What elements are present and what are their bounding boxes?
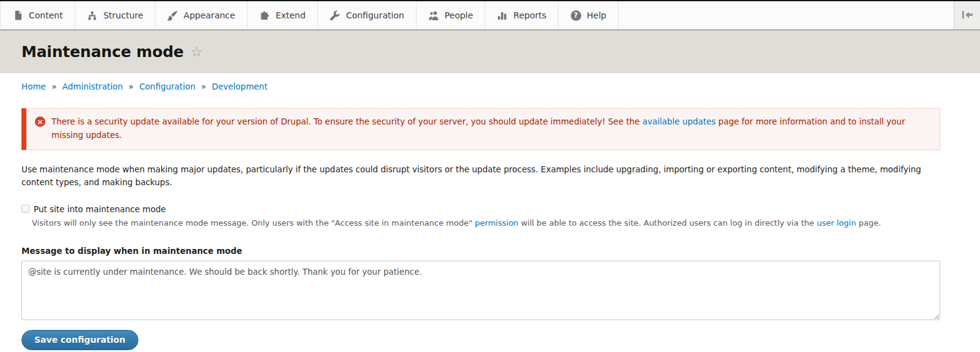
breadcrumb-link-home[interactable]: Home	[21, 82, 46, 91]
toolbar-item-content[interactable]: Content	[0, 1, 75, 29]
breadcrumb-separator: »	[201, 82, 206, 91]
toolbar-item-label: Help	[587, 10, 606, 20]
maintenance-mode-checkbox-row: Put site into maintenance mode	[21, 204, 940, 214]
shortcut-star-icon[interactable]: ☆	[190, 45, 203, 59]
available-updates-link[interactable]: available updates	[643, 117, 716, 126]
maintenance-message-textarea[interactable]: @site is currently under maintenance. We…	[21, 261, 940, 320]
breadcrumb-link-configuration[interactable]: Configuration	[139, 82, 195, 91]
page-title: Maintenance mode	[21, 43, 184, 61]
error-icon: ×	[35, 117, 45, 127]
maintenance-mode-intro-text: Use maintenance mode when making major u…	[21, 163, 940, 189]
people-icon	[428, 10, 439, 21]
configuration-icon	[330, 10, 341, 21]
description-text: Visitors will only see the maintenance m…	[32, 218, 475, 228]
content-icon	[12, 10, 23, 21]
toolbar-item-people[interactable]: People	[417, 1, 486, 29]
breadcrumb-separator: »	[51, 82, 56, 91]
toolbar-item-label: Configuration	[346, 10, 404, 20]
permission-link[interactable]: permission	[475, 218, 518, 228]
page-header: Maintenance mode ☆	[0, 30, 980, 73]
toolbar-item-extend[interactable]: Extend	[247, 1, 318, 29]
description-text: will be able to access the site. Authori…	[518, 218, 816, 228]
maintenance-mode-checkbox[interactable]	[21, 205, 29, 213]
breadcrumb-link-administration[interactable]: Administration	[62, 82, 123, 91]
toolbar-item-configuration[interactable]: Configuration	[318, 1, 417, 29]
appearance-icon	[167, 10, 178, 21]
admin-toolbar: Content Structure Appearance Extend Conf…	[0, 0, 980, 30]
main-content: Home » Administration » Configuration » …	[0, 82, 980, 352]
description-text: page.	[856, 218, 881, 228]
toolbar-item-help[interactable]: ? Help	[559, 1, 619, 29]
toolbar-item-label: People	[445, 10, 473, 20]
user-login-link[interactable]: user login	[816, 218, 856, 228]
extend-icon	[259, 10, 270, 21]
error-text-before: There is a security update available for…	[51, 117, 643, 126]
collapse-left-icon	[962, 10, 973, 21]
maintenance-mode-checkbox-label[interactable]: Put site into maintenance mode	[34, 204, 166, 214]
toolbar-item-label: Appearance	[184, 10, 235, 20]
toolbar-orientation-toggle[interactable]	[954, 1, 980, 29]
toolbar-item-appearance[interactable]: Appearance	[156, 1, 247, 29]
toolbar-item-label: Extend	[276, 10, 306, 20]
help-icon: ?	[570, 10, 581, 21]
toolbar-item-structure[interactable]: Structure	[75, 1, 156, 29]
maintenance-message-label: Message to display when in maintenance m…	[21, 246, 940, 256]
breadcrumb-link-development[interactable]: Development	[212, 82, 268, 91]
toolbar-item-reports[interactable]: Reports	[485, 1, 559, 29]
structure-icon	[87, 10, 98, 21]
maintenance-mode-description: Visitors will only see the maintenance m…	[32, 217, 940, 230]
breadcrumb: Home » Administration » Configuration » …	[21, 82, 940, 91]
save-configuration-button[interactable]: Save configuration	[21, 330, 138, 350]
toolbar-item-label: Structure	[104, 10, 143, 20]
breadcrumb-separator: »	[129, 82, 134, 91]
toolbar-item-label: Content	[29, 10, 63, 20]
reports-icon	[497, 10, 508, 21]
toolbar-item-label: Reports	[513, 10, 546, 20]
security-update-error-message: × There is a security update available f…	[21, 108, 940, 150]
